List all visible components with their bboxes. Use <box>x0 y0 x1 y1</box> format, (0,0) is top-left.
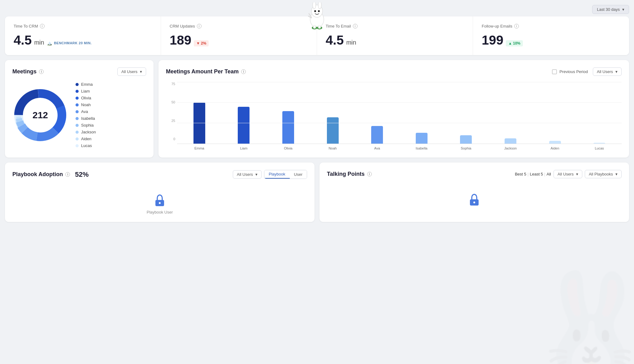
follow-up-emails-badge: ▲ 10% <box>506 40 523 46</box>
filter-all[interactable]: All <box>546 172 551 176</box>
bar-sophia <box>445 135 487 144</box>
date-filter-label: Last 30 days <box>597 7 620 12</box>
svg-point-26 <box>473 202 475 203</box>
donut-chart: 212 <box>12 87 68 143</box>
lock-icon-talking-points <box>469 193 480 208</box>
lock-icon <box>154 194 165 209</box>
crm-updates-badge: ▼ 2% <box>194 40 209 46</box>
info-icon-time-to-crm[interactable]: i <box>40 24 45 28</box>
chevron-down-icon: ▾ <box>615 69 618 74</box>
bar-isabella <box>401 133 443 144</box>
x-label-olivia: Olivia <box>267 146 309 150</box>
legend-dot-olivia <box>76 97 79 100</box>
toggle-playbook-btn[interactable]: Playbook <box>264 170 289 179</box>
info-icon-follow-up-emails[interactable]: i <box>514 24 519 28</box>
info-icon-meetings[interactable]: i <box>39 69 44 74</box>
bar-chart-panel: Meetings Amount Per Team i Previous Peri… <box>158 60 629 158</box>
playbook-adoption-header: Playbook Adoption i 52% All Users ▾ Play… <box>12 170 307 179</box>
meetings-user-dropdown[interactable]: All Users ▾ <box>117 67 146 76</box>
chevron-down-icon: ▾ <box>622 7 624 12</box>
bar-chart-container: 75 50 25 0 <box>166 82 622 150</box>
talking-points-playbook-dropdown[interactable]: All Playbooks ▾ <box>585 170 622 178</box>
svg-rect-10 <box>313 25 316 28</box>
bars-row <box>177 82 622 144</box>
legend-dot-aiden <box>76 137 79 141</box>
bar-rect-liam <box>238 107 250 144</box>
playbook-toggle-group: Playbook User <box>264 170 307 179</box>
legend-dot-ava <box>76 110 79 113</box>
chevron-down-icon: ▾ <box>255 172 258 177</box>
x-label-liam: Liam <box>223 146 265 150</box>
prev-period-toggle: Previous Period <box>552 69 588 74</box>
bar-liam <box>223 107 265 144</box>
svg-rect-11 <box>318 25 321 28</box>
donut-center-value: 212 <box>33 110 48 120</box>
talking-points-header: Talking Points i Best 5 | Least 5 | All … <box>327 170 622 178</box>
date-filter-dropdown[interactable]: Last 30 days ▾ <box>592 5 629 14</box>
bar-chart-panel-header: Meetings Amount Per Team i Previous Peri… <box>166 67 622 76</box>
bar-chart-title: Meetings Amount Per Team i <box>166 68 246 75</box>
donut-area: 212 Emma Liam Olivia Noah <box>12 82 146 148</box>
info-icon-talking-points[interactable]: i <box>367 172 372 176</box>
talking-points-filters: Best 5 | Least 5 | All <box>515 172 551 176</box>
playbook-controls: All Users ▾ Playbook User <box>233 170 307 179</box>
info-icon-crm-updates[interactable]: i <box>197 24 202 28</box>
metric-label-time-to-email: Time To Email i <box>326 24 464 28</box>
benchmark-badge: 🏔️ BENCHMARK 20 MIN. <box>47 41 92 46</box>
talking-points-card: Talking Points i Best 5 | Least 5 | All … <box>319 162 629 222</box>
meetings-title: Meetings i <box>12 68 44 75</box>
x-label-aiden: Aiden <box>534 146 576 150</box>
prev-period-checkbox[interactable] <box>552 69 557 74</box>
svg-point-24 <box>159 202 161 204</box>
info-icon-playbook[interactable]: i <box>65 172 70 177</box>
talking-points-lock-area <box>327 183 622 208</box>
bar-chart-user-dropdown[interactable]: All Users ▾ <box>593 67 622 76</box>
metric-value-time-to-email: 4.5 min <box>326 33 464 48</box>
legend-item-isabella: Isabella <box>76 116 96 121</box>
info-icon-bar-chart[interactable]: i <box>241 69 246 74</box>
bar-rect-jackson <box>505 138 516 144</box>
playbook-sublabel: Playbook User <box>12 210 307 214</box>
legend-item-noah: Noah <box>76 102 96 107</box>
svg-point-3 <box>318 2 321 9</box>
legend-item-jackson: Jackson <box>76 130 96 134</box>
grid-line-25 <box>177 123 622 123</box>
bar-emma <box>178 102 220 144</box>
bar-olivia <box>267 111 309 144</box>
prev-period-label: Previous Period <box>559 69 588 74</box>
x-label-noah: Noah <box>312 146 354 150</box>
background-watermark: 🐰 <box>529 266 634 364</box>
bar-ava <box>356 126 398 144</box>
legend-item-lucas: Lucas <box>76 143 96 148</box>
filter-least5[interactable]: Least 5 <box>530 172 543 176</box>
arrow-down-icon: ▼ <box>196 41 200 46</box>
metric-time-to-email: Time To Email i 4.5 min <box>317 16 473 55</box>
meetings-panel: Meetings i All Users ▾ <box>5 60 154 158</box>
legend-dot-emma <box>76 83 79 86</box>
chevron-down-icon: ▾ <box>576 172 578 176</box>
mascot-icon <box>306 2 328 33</box>
benchmark-icon: 🏔️ <box>47 41 52 46</box>
metric-label-time-to-crm: Time To CRM i <box>14 24 152 28</box>
filter-best5[interactable]: Best 5 <box>515 172 526 176</box>
bar-rect-olivia <box>282 111 294 144</box>
info-icon-time-to-email[interactable]: i <box>353 24 358 28</box>
playbook-user-dropdown[interactable]: All Users ▾ <box>233 170 262 179</box>
metric-time-to-crm: Time To CRM i 4.5 min 🏔️ BENCHMARK 20 MI… <box>5 16 161 55</box>
toggle-user-btn[interactable]: User <box>290 170 307 179</box>
legend-dot-liam <box>76 90 79 93</box>
legend-item-olivia: Olivia <box>76 96 96 100</box>
bar-noah <box>312 117 354 144</box>
metric-value-follow-up-emails: 199 ▲ 10% <box>482 33 620 48</box>
metric-value-crm-updates: 189 ▼ 2% <box>170 33 308 48</box>
metric-value-time-to-crm: 4.5 min 🏔️ BENCHMARK 20 MIN. <box>14 33 152 48</box>
meetings-panel-header: Meetings i All Users ▾ <box>12 67 146 76</box>
legend-item-aiden: Aiden <box>76 136 96 141</box>
grid-line-50 <box>177 102 622 103</box>
x-label-lucas: Lucas <box>578 146 620 150</box>
bar-rect-emma <box>193 102 205 144</box>
talking-points-user-dropdown[interactable]: All Users ▾ <box>554 170 582 178</box>
legend-dot-sophia <box>76 124 79 127</box>
legend-dot-noah <box>76 103 79 106</box>
x-label-emma: Emma <box>178 146 220 150</box>
